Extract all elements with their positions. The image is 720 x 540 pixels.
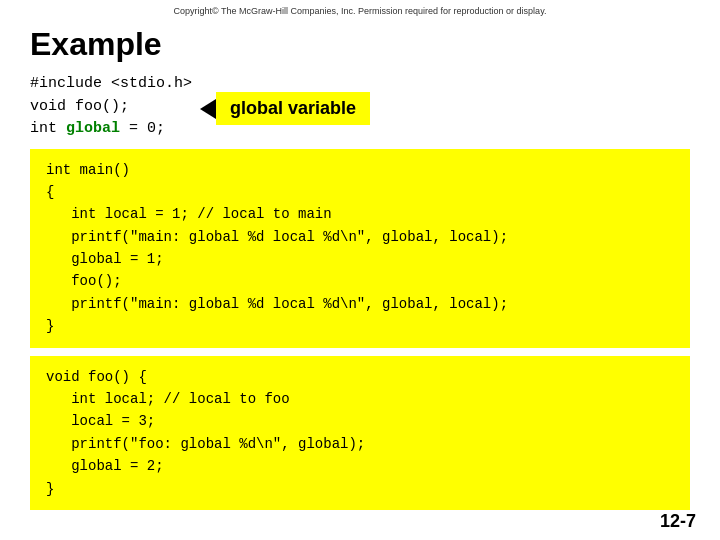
foo-code-text: void foo() { int local; // local to foo …	[46, 366, 674, 500]
global-variable-label: global variable	[216, 92, 370, 125]
top-code-section: #include <stdio.h> void foo(); int globa…	[0, 73, 720, 141]
foo-code-block: void foo() { int local; // local to foo …	[30, 356, 690, 510]
code-line-2: void foo();	[30, 96, 192, 119]
main-code-text: int main() { int local = 1; // local to …	[46, 159, 674, 338]
arrow-icon	[200, 99, 216, 119]
arrow-label-container: global variable	[200, 92, 370, 125]
page-title: Example	[0, 18, 720, 73]
top-code-block: #include <stdio.h> void foo(); int globa…	[30, 73, 192, 141]
code-line-1: #include <stdio.h>	[30, 73, 192, 96]
code-line-3: int global = 0;	[30, 118, 192, 141]
copyright-text: Copyright© The McGraw-Hill Companies, In…	[0, 0, 720, 18]
code-kw-int: int	[30, 120, 66, 137]
page-number: 12-7	[660, 511, 696, 532]
code-global-keyword: global	[66, 120, 120, 137]
code-assign: = 0;	[120, 120, 165, 137]
main-code-block: int main() { int local = 1; // local to …	[30, 149, 690, 348]
